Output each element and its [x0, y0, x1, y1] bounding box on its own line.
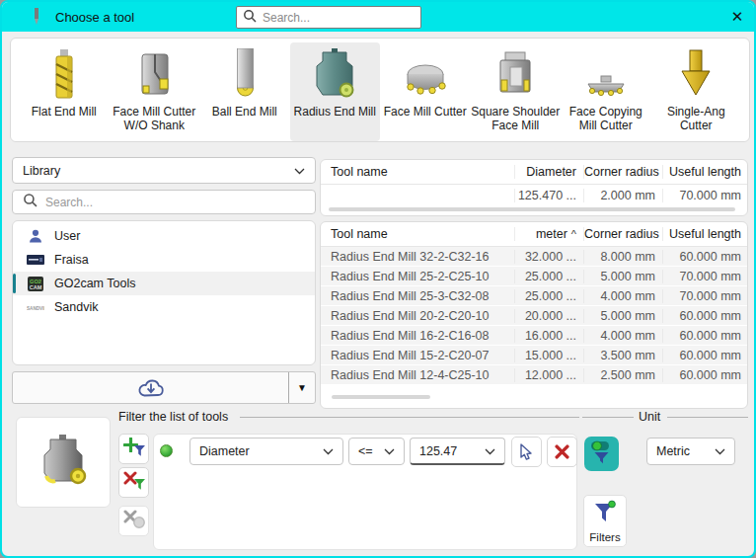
titlebar-search-box[interactable]	[236, 6, 421, 29]
face-mill-cutter-icon	[402, 44, 449, 102]
download-library-button[interactable]: ▼	[12, 371, 316, 404]
tool-type-single-angle-cutter[interactable]: Single-Ang Cutter	[651, 42, 742, 141]
tool-type-label: Flat End Mill	[32, 105, 97, 119]
choose-tool-dialog: Choose a tool ✕ Flat End Mill Face Mill …	[0, 0, 756, 558]
tool-type-label: Face Copying Mill Cutter	[561, 105, 651, 133]
cell-diameter: 12.000 ...	[514, 368, 583, 382]
tool-preview-image	[35, 432, 92, 493]
search-icon	[243, 9, 257, 27]
dialog-title: Choose a tool	[55, 10, 134, 25]
tool-type-strip: Flat End Mill Face Mill Cutter W/O Shank…	[10, 38, 750, 142]
tool-type-radius-end-mill[interactable]: Radius End Mill	[290, 42, 381, 141]
column-useful-length[interactable]: Useful length	[662, 227, 747, 241]
cell-diameter: 25.000 ...	[514, 270, 583, 283]
unit-group-line-right	[667, 417, 748, 418]
library-list: User Fraisa GO2CAM GO2cam Tools SANDVIK …	[12, 220, 316, 365]
column-corner-radius[interactable]: Corner radius	[583, 165, 662, 179]
tool-type-label: Square Shoulder Face Mill	[471, 105, 562, 133]
horizontal-scrollbar[interactable]	[329, 207, 735, 211]
tool-type-label: Ball End Mill	[212, 105, 277, 119]
pick-value-button[interactable]	[511, 437, 542, 467]
filter-toggle-icon	[590, 439, 613, 468]
column-corner-radius[interactable]: Corner radius	[583, 227, 662, 241]
filter-value-combobox[interactable]: 125.47	[410, 438, 505, 465]
table-row[interactable]: Radius End Mill 12-4-C25-10 12.000 ... 2…	[321, 365, 747, 385]
cell-corner-radius: 5.000 mm	[583, 309, 662, 323]
tool-type-label: Single-Ang Cutter	[651, 105, 742, 133]
tool-preview	[16, 417, 111, 508]
table-row[interactable]: Radius End Mill 20-2-C20-10 20.000 ... 5…	[321, 306, 747, 326]
table-row[interactable]: Radius End Mill 25-3-C32-08 25.000 ... 4…	[321, 286, 747, 306]
table-row[interactable]: Radius End Mill 15-2-C20-07 15.000 ... 3…	[321, 346, 747, 365]
cell-corner-radius: 2.500 mm	[583, 368, 662, 382]
close-icon[interactable]: ✕	[724, 5, 750, 29]
tool-type-ball-end-mill[interactable]: Ball End Mill	[199, 42, 290, 141]
column-diameter[interactable]: Diameter	[514, 165, 583, 179]
cursor-pointer-icon	[512, 438, 541, 466]
tools-table: Tool name meter^ Corner radius Useful le…	[320, 221, 748, 409]
cell-corner-radius: 8.000 mm	[583, 250, 662, 264]
filter-operator-value: <=	[358, 444, 384, 458]
cell-useful-length: 60.000 mm	[662, 309, 747, 323]
column-tool-name[interactable]: Tool name	[321, 227, 514, 241]
cell-diameter: 20.000 ...	[514, 309, 583, 323]
filter-operator-dropdown[interactable]: <=	[348, 438, 405, 465]
add-filter-button[interactable]	[118, 434, 149, 464]
column-tool-name[interactable]: Tool name	[321, 165, 514, 179]
tools-table-header[interactable]: Tool name meter^ Corner radius Useful le…	[321, 222, 747, 247]
selected-tool-table: Tool name Diameter Corner radius Useful …	[320, 159, 748, 216]
library-search-input[interactable]	[45, 196, 315, 209]
library-item-user[interactable]: User	[13, 224, 315, 248]
library-item-fraisa[interactable]: Fraisa	[13, 248, 315, 272]
user-icon	[26, 228, 45, 244]
ball-end-mill-icon	[223, 44, 266, 102]
library-item-sandvik[interactable]: SANDVIK Sandvik	[13, 295, 315, 319]
cell-diameter: 16.000 ...	[514, 329, 583, 343]
titlebar-search-input[interactable]	[263, 11, 420, 25]
tool-type-flat-end-mill[interactable]: Flat End Mill	[19, 42, 110, 141]
library-dropdown[interactable]: Library	[12, 157, 316, 184]
tool-type-face-mill-wo-shank[interactable]: Face Mill Cutter W/O Shank	[110, 42, 200, 141]
clear-filters-button-disabled[interactable]	[118, 506, 149, 536]
table-row[interactable]: Radius End Mill 25-2-C25-10 25.000 ... 5…	[321, 267, 747, 286]
cell-useful-length: 70.000 mm	[662, 270, 747, 283]
cell-tool-name: Radius End Mill 15-2-C20-07	[321, 349, 514, 362]
cell-tool-name: Radius End Mill 20-2-C20-10	[321, 309, 514, 323]
filter-group-line	[240, 417, 579, 418]
filters-button[interactable]: Filters	[583, 495, 627, 547]
library-item-label: GO2cam Tools	[54, 277, 135, 290]
face-mill-wo-shank-icon	[132, 44, 176, 102]
table-row[interactable]: Radius End Mill 16-2-C16-08 16.000 ... 4…	[321, 326, 747, 346]
filter-toggle-button[interactable]	[584, 437, 619, 471]
delete-filter-row-button[interactable]	[547, 437, 577, 467]
horizontal-scrollbar[interactable]	[332, 395, 430, 399]
remove-filter-button[interactable]	[118, 467, 149, 498]
svg-text:SANDVIK: SANDVIK	[27, 306, 44, 311]
cell-useful-length: 70.000 mm	[662, 189, 747, 202]
selection-indicator	[13, 274, 16, 293]
tool-type-face-copying-mill-cutter[interactable]: Face Copying Mill Cutter	[561, 42, 651, 141]
unit-dropdown[interactable]: Metric	[646, 438, 735, 465]
table-row[interactable]: Radius End Mill 32-2-C32-16 32.000 ... 8…	[321, 247, 747, 267]
library-item-go2cam-tools[interactable]: GO2CAM GO2cam Tools	[13, 272, 315, 295]
cell-tool-name: Radius End Mill 25-3-C32-08	[321, 289, 514, 303]
tool-type-square-shoulder-face-mill[interactable]: Square Shoulder Face Mill	[471, 42, 562, 141]
cell-useful-length: 70.000 mm	[662, 289, 747, 303]
column-diameter-sorted[interactable]: meter^	[514, 227, 583, 241]
chevron-down-icon	[384, 444, 395, 458]
tool-type-label: Radius End Mill	[294, 105, 376, 119]
x-icon	[548, 438, 576, 466]
selected-tool-row[interactable]: 125.470 ... 2.000 mm 70.000 mm	[321, 185, 747, 206]
tool-type-face-mill-cutter[interactable]: Face Mill Cutter	[380, 42, 471, 141]
svg-text:GO2: GO2	[30, 278, 41, 283]
square-shoulder-face-mill-icon	[491, 44, 539, 102]
single-angle-cutter-icon	[674, 44, 718, 102]
selected-tool-table-header[interactable]: Tool name Diameter Corner radius Useful …	[321, 160, 747, 185]
filter-field-dropdown[interactable]: Diameter	[189, 438, 343, 465]
column-useful-length[interactable]: Useful length	[662, 165, 747, 179]
library-search-box[interactable]	[12, 190, 316, 214]
filter-field-value: Diameter	[199, 444, 323, 458]
download-dropdown-arrow[interactable]: ▼	[288, 372, 315, 403]
chevron-down-icon	[323, 444, 334, 458]
go2cam-logo-icon: GO2CAM	[26, 277, 45, 291]
